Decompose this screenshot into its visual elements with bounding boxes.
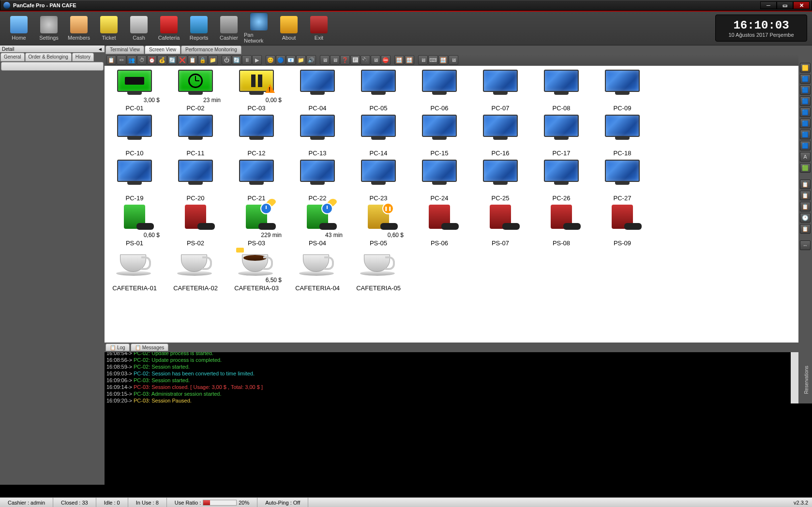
mini-btn-6[interactable]: 🔄 [167, 55, 177, 65]
toolbar-reports[interactable]: Reports [184, 16, 214, 41]
mini-btn-31[interactable]: 🪟 [394, 55, 404, 65]
mini-btn-2[interactable]: 👥 [127, 55, 136, 65]
log-tab-messages[interactable]: 📋Messages [131, 343, 169, 351]
terminal-ps-01[interactable]: 0,60 $PS-01 [106, 205, 163, 247]
side-btn-17[interactable]: ↔ [800, 240, 811, 250]
side-btn-9[interactable]: 🟩 [800, 163, 811, 173]
mini-btn-18[interactable]: 🔵 [276, 55, 286, 65]
terminal-cafeteria-02[interactable]: CAFETERIA-02 [167, 250, 224, 292]
side-btn-3[interactable]: 🟦 [800, 96, 811, 106]
terminal-pc-11[interactable]: PC-11 [167, 115, 224, 157]
terminal-ps-09[interactable]: PS-09 [594, 205, 650, 247]
toolbar-exit[interactable]: Exit [304, 16, 334, 41]
terminal-cafeteria-03[interactable]: 6,50 $CAFETERIA-03 [228, 250, 285, 292]
terminal-pc-27[interactable]: PC-27 [594, 160, 650, 202]
mini-btn-15[interactable]: ▶ [252, 55, 262, 65]
mini-btn-0[interactable]: 📋 [106, 55, 116, 65]
toolbar-pan-network[interactable]: Pan Network [244, 13, 274, 44]
side-btn-12[interactable]: 📋 [800, 191, 811, 200]
mini-btn-23[interactable]: 🖥 [320, 55, 330, 65]
maximize-button[interactable]: ▭ [777, 1, 793, 9]
side-btn-13[interactable]: 📋 [800, 202, 811, 211]
mini-btn-17[interactable]: 😊 [266, 55, 275, 65]
side-btn-0[interactable]: 🟨 [800, 63, 811, 73]
detail-tab-general[interactable]: General [0, 53, 25, 61]
terminal-pc-06[interactable]: PC-06 [411, 70, 467, 112]
mini-btn-21[interactable]: 🔊 [306, 55, 316, 65]
mini-btn-29[interactable]: ⛔ [381, 55, 391, 65]
mini-btn-8[interactable]: 📋 [188, 55, 197, 65]
side-btn-15[interactable]: 📋 [800, 224, 811, 234]
toolbar-cash[interactable]: Cash [124, 16, 154, 41]
terminal-pc-20[interactable]: PC-20 [167, 160, 224, 202]
terminal-pc-17[interactable]: PC-17 [533, 115, 589, 157]
terminal-pc-09[interactable]: PC-09 [594, 70, 650, 112]
terminal-ps-08[interactable]: PS-08 [533, 205, 589, 247]
toolbar-home[interactable]: Home [4, 16, 34, 41]
tab-terminal-view[interactable]: Terminal View [105, 45, 144, 54]
terminal-pc-24[interactable]: PC-24 [411, 160, 467, 202]
terminal-pc-21[interactable]: PC-21 [228, 160, 285, 202]
toolbar-cashier[interactable]: Cashier [214, 16, 244, 41]
terminal-pc-18[interactable]: PC-18 [594, 115, 650, 157]
side-btn-8[interactable]: A [800, 152, 811, 162]
mini-btn-37[interactable]: 🖥 [449, 55, 458, 65]
mini-btn-28[interactable]: 🖥 [371, 55, 380, 65]
log-scrollbar[interactable] [791, 352, 798, 403]
terminal-ps-05[interactable]: 0,60 $PS-05 [350, 205, 406, 247]
side-btn-2[interactable]: 🟦 [800, 85, 811, 95]
side-btn-6[interactable]: 🟦 [800, 130, 811, 139]
mini-btn-13[interactable]: 🔄 [232, 55, 241, 65]
mini-btn-36[interactable]: 🪟 [438, 55, 448, 65]
tab-screen-view[interactable]: Screen View [145, 45, 180, 54]
mini-btn-19[interactable]: 📧 [286, 55, 296, 65]
terminal-pc-13[interactable]: PC-13 [289, 115, 346, 157]
mini-btn-35[interactable]: ⌨ [428, 55, 438, 65]
terminal-ps-03[interactable]: 229 minPS-03 [228, 205, 285, 247]
terminal-pc-10[interactable]: PC-10 [106, 115, 163, 157]
terminal-cafeteria-01[interactable]: CAFETERIA-01 [106, 250, 163, 292]
mini-btn-7[interactable]: ❌ [178, 55, 187, 65]
mini-btn-34[interactable]: 🖥 [418, 55, 428, 65]
terminal-pc-01[interactable]: 3,00 $PC-01 [106, 70, 163, 112]
terminal-pc-04[interactable]: PC-04 [289, 70, 346, 112]
toolbar-ticket[interactable]: Ticket [94, 16, 124, 41]
terminal-pc-03[interactable]: 0,00 $PC-03 [228, 70, 285, 112]
mini-btn-25[interactable]: ❓ [340, 55, 350, 65]
mini-btn-24[interactable]: 🖥 [330, 55, 340, 65]
terminal-pc-22[interactable]: PC-22 [289, 160, 346, 202]
side-btn-4[interactable]: 🟦 [800, 107, 811, 117]
mini-btn-26[interactable]: 🅿 [350, 55, 360, 65]
terminal-pc-12[interactable]: PC-12 [228, 115, 285, 157]
close-button[interactable]: ✕ [793, 1, 810, 9]
terminal-pc-19[interactable]: PC-19 [106, 160, 163, 202]
terminal-ps-06[interactable]: PS-06 [411, 205, 467, 247]
terminal-pc-07[interactable]: PC-07 [472, 70, 528, 112]
terminal-pc-05[interactable]: PC-05 [350, 70, 406, 112]
terminal-ps-02[interactable]: PS-02 [167, 205, 224, 247]
terminal-pc-16[interactable]: PC-16 [472, 115, 528, 157]
terminal-pc-23[interactable]: PC-23 [350, 160, 406, 202]
terminal-cafeteria-05[interactable]: CAFETERIA-05 [350, 250, 406, 292]
terminal-pc-26[interactable]: PC-26 [533, 160, 589, 202]
side-btn-7[interactable]: 🟦 [800, 141, 811, 150]
toolbar-members[interactable]: Members [64, 16, 94, 41]
mini-btn-1[interactable]: ✏ [117, 55, 126, 65]
detail-tab-order---belonging[interactable]: Order & Belonging [25, 53, 72, 61]
log-tab-log[interactable]: 📋Log [105, 343, 130, 351]
terminal-pc-02[interactable]: 23 minPC-02 [167, 70, 224, 112]
side-btn-14[interactable]: 🕐 [800, 213, 811, 223]
terminal-pc-15[interactable]: PC-15 [411, 115, 467, 157]
side-btn-1[interactable]: 🟦 [800, 74, 811, 84]
mini-btn-3[interactable]: ⏱ [137, 55, 147, 65]
mini-btn-9[interactable]: 🔒 [198, 55, 208, 65]
terminal-ps-07[interactable]: PS-07 [472, 205, 528, 247]
terminal-pc-25[interactable]: PC-25 [472, 160, 528, 202]
tab-performance-monitoring[interactable]: Performance Monitoring [181, 45, 241, 54]
reservations-label[interactable]: Reservations [804, 366, 809, 394]
toolbar-settings[interactable]: Settings [34, 16, 64, 41]
side-btn-5[interactable]: 🟦 [800, 119, 811, 128]
mini-btn-14[interactable]: ⏸ [242, 55, 252, 65]
terminal-cafeteria-04[interactable]: CAFETERIA-04 [289, 250, 346, 292]
toolbar-cafeteria[interactable]: Cafeteria [154, 16, 184, 41]
